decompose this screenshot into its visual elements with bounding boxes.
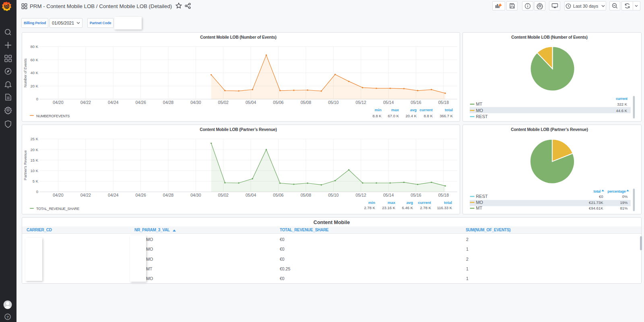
svg-text:366.7 K: 366.7 K xyxy=(440,114,453,118)
svg-text:04/20: 04/20 xyxy=(53,193,63,197)
svg-text:avg: avg xyxy=(407,200,413,205)
svg-text:05/08: 05/08 xyxy=(301,100,311,105)
svg-text:04/24: 04/24 xyxy=(108,193,118,197)
svg-text:€21.73K: €21.73K xyxy=(589,200,603,205)
svg-text:04/22: 04/22 xyxy=(80,193,91,197)
svg-text:05/04: 05/04 xyxy=(246,193,256,197)
svg-text:60 K: 60 K xyxy=(30,58,38,62)
svg-text:max: max xyxy=(388,200,396,205)
svg-text:05/02: 05/02 xyxy=(218,193,229,197)
svg-text:04/26: 04/26 xyxy=(135,193,146,197)
svg-text:total: total xyxy=(445,108,453,112)
svg-text:total: total xyxy=(444,200,452,205)
svg-text:05/06: 05/06 xyxy=(273,100,283,105)
svg-text:5 K: 5 K xyxy=(33,179,39,183)
svg-text:2.78 K: 2.78 K xyxy=(364,206,376,210)
svg-text:80 K: 80 K xyxy=(30,44,38,49)
svg-text:15 K: 15 K xyxy=(30,158,38,162)
svg-text:MT: MT xyxy=(476,206,482,210)
svg-text:04/26: 04/26 xyxy=(135,100,146,105)
svg-text:TOTAL_REVENUE_SHARE: TOTAL_REVENUE_SHARE xyxy=(36,207,79,211)
svg-text:current: current xyxy=(419,108,433,112)
svg-text:05/18: 05/18 xyxy=(438,193,449,197)
svg-text:05/12: 05/12 xyxy=(356,100,366,105)
svg-text:04/20: 04/20 xyxy=(53,100,63,105)
svg-text:Number of Events: Number of Events xyxy=(23,58,27,87)
svg-text:05/14: 05/14 xyxy=(383,100,394,105)
svg-text:05/02: 05/02 xyxy=(218,100,229,105)
svg-text:20 K: 20 K xyxy=(30,147,38,152)
svg-text:current: current xyxy=(418,200,431,205)
svg-text:MT: MT xyxy=(476,102,482,106)
svg-text:116.33 K: 116.33 K xyxy=(437,206,452,210)
svg-text:2.78 K: 2.78 K xyxy=(420,206,431,210)
svg-text:05/12: 05/12 xyxy=(356,193,366,197)
svg-text:05/10: 05/10 xyxy=(328,100,339,105)
svg-text:05/16: 05/16 xyxy=(411,193,421,197)
svg-text:current: current xyxy=(616,97,627,101)
svg-text:avg: avg xyxy=(410,108,417,112)
svg-text:0%: 0% xyxy=(622,194,628,199)
svg-text:€0: €0 xyxy=(599,194,603,199)
svg-text:05/08: 05/08 xyxy=(301,193,311,197)
svg-text:REST: REST xyxy=(476,114,488,119)
svg-text:MO: MO xyxy=(476,108,483,113)
svg-text:20 K: 20 K xyxy=(30,84,38,88)
svg-text:8.8 K: 8.8 K xyxy=(373,114,382,118)
svg-text:04/30: 04/30 xyxy=(190,100,201,105)
svg-text:10 K: 10 K xyxy=(30,168,38,173)
svg-text:40 K: 40 K xyxy=(30,71,38,75)
svg-text:?: ? xyxy=(6,315,9,319)
svg-text:8.8 K: 8.8 K xyxy=(424,114,433,118)
svg-text:20.4 K: 20.4 K xyxy=(406,114,417,118)
svg-text:NUMBEROFEVENTS: NUMBEROFEVENTS xyxy=(36,114,70,118)
svg-text:0: 0 xyxy=(36,97,38,101)
svg-text:REST: REST xyxy=(476,194,488,199)
svg-text:min: min xyxy=(375,108,382,112)
svg-text:0: 0 xyxy=(36,189,38,194)
svg-text:percentage: percentage xyxy=(607,189,625,193)
svg-text:MO: MO xyxy=(476,200,483,205)
svg-text:6.46 K: 6.46 K xyxy=(402,206,413,210)
svg-text:04/28: 04/28 xyxy=(163,193,173,197)
svg-text:€94.61K: €94.61K xyxy=(589,206,603,210)
svg-text:04/24: 04/24 xyxy=(108,100,118,105)
svg-text:max: max xyxy=(391,108,399,112)
svg-text:05/06: 05/06 xyxy=(273,193,283,197)
svg-text:322 K: 322 K xyxy=(617,102,627,106)
svg-text:total: total xyxy=(594,189,601,193)
svg-text:81%: 81% xyxy=(620,206,628,210)
svg-text:05/16: 05/16 xyxy=(411,100,421,105)
svg-text:05/04: 05/04 xyxy=(246,100,256,105)
svg-text:23.16 K: 23.16 K xyxy=(382,206,395,210)
svg-text:04/30: 04/30 xyxy=(190,193,201,197)
svg-text:67.0 K: 67.0 K xyxy=(388,114,399,118)
svg-text:04/28: 04/28 xyxy=(163,100,173,105)
svg-text:05/14: 05/14 xyxy=(383,193,394,197)
svg-text:04/22: 04/22 xyxy=(80,100,91,105)
svg-text:19%: 19% xyxy=(620,200,628,205)
svg-text:25 K: 25 K xyxy=(30,137,38,141)
svg-text:05/18: 05/18 xyxy=(438,100,449,105)
svg-text:44.6 K: 44.6 K xyxy=(616,108,627,113)
svg-text:Partner's Revenue: Partner's Revenue xyxy=(23,150,27,180)
svg-text:05/10: 05/10 xyxy=(328,193,339,197)
svg-text:min: min xyxy=(368,200,375,205)
